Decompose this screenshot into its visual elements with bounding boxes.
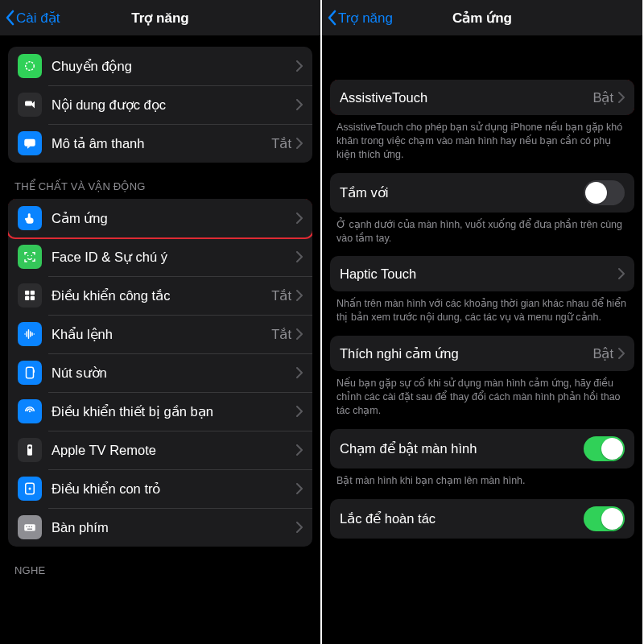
group-accommodations: Thích nghi cảm ứng Bật [330,336,634,371]
svg-rect-1 [25,101,32,106]
group-tapwake: Chạm để bật màn hình [330,429,634,469]
chevron-right-icon [296,290,303,301]
row-label: Chuyển động [52,59,296,74]
row-assistivetouch[interactable]: AssistiveTouch Bật [330,80,634,115]
row-reachability[interactable]: Tầm với [330,173,634,213]
svg-rect-6 [31,291,35,295]
content: Chuyển độngNội dung được đọcMô tả âm tha… [0,35,320,644]
row-label: Apple TV Remote [52,443,296,458]
row-appletv[interactable]: Apple TV Remote [8,431,312,469]
header: Cài đặt Trợ năng [0,0,320,35]
touch-icon [18,206,42,230]
row-haptic-touch[interactable]: Haptic Touch [330,256,634,291]
row-value: Tắt [271,327,291,342]
bubble-icon [18,131,42,155]
chevron-right-icon [296,406,303,417]
group-physical: Cảm ứngFace ID & Sự chú ýĐiều khiển công… [8,199,312,547]
row-label: Điều khiển con trỏ [52,481,296,497]
row-pointer[interactable]: Điều khiển con trỏ [8,469,312,508]
svg-rect-17 [27,526,28,528]
chevron-right-icon [296,522,303,533]
chevron-right-icon [296,99,303,110]
chevron-right-icon [296,444,303,456]
chevron-left-icon [5,10,14,26]
chevron-right-icon [296,60,303,72]
chevron-right-icon [618,268,625,279]
toggle-tap-to-wake[interactable] [584,436,625,461]
row-value: Bật [592,346,613,361]
section-header-physical: THỂ CHẤT VÀ VẬN ĐỘNG [0,163,320,199]
row-touch-accommodations[interactable]: Thích nghi cảm ứng Bật [330,336,634,371]
svg-rect-7 [25,296,29,300]
side-icon [18,361,42,385]
chevron-right-icon [296,483,303,494]
svg-rect-9 [27,367,34,378]
chevron-right-icon [296,213,303,224]
row-label: Bàn phím [52,520,296,535]
motion-icon [18,54,42,78]
svg-point-4 [31,255,33,257]
row-speech[interactable]: Nội dung được đọc [8,85,312,124]
svg-rect-19 [31,526,33,528]
switch-icon [18,283,42,308]
svg-point-13 [28,446,31,448]
row-label: Tầm với [340,185,584,200]
back-label: Trợ năng [338,10,393,27]
chevron-right-icon [296,138,303,149]
row-label: Cảm ứng [52,211,296,226]
svg-point-0 [26,62,35,71]
phone-touch: Trợ năng Cảm ứng AssistiveTouch Bật Assi… [322,0,644,644]
haptic-description: Nhấn trên màn hình với các khoảng thời g… [322,291,642,336]
row-label: Thích nghi cảm ứng [340,346,592,361]
svg-rect-18 [29,526,31,528]
voice-icon [18,322,42,346]
svg-rect-10 [34,369,35,373]
svg-rect-16 [24,524,35,530]
row-label: Face ID & Sự chú ý [52,250,296,265]
toggle-reachability[interactable] [584,180,625,205]
back-label: Cài đặt [16,10,60,27]
row-bubble[interactable]: Mô tả âm thanhTắt [8,124,312,163]
row-value: Bật [592,90,613,105]
back-button[interactable]: Cài đặt [5,10,60,27]
accom-description: Nếu bạn gặp sự cố khi sử dụng màn hình c… [322,371,642,429]
chevron-right-icon [296,328,303,340]
toggle-shake-undo[interactable] [584,506,625,531]
row-label: Khẩu lệnh [52,327,271,342]
section-header-hearing: NGHE [0,547,320,583]
row-label: Lắc để hoàn tác [340,511,584,526]
svg-rect-20 [27,529,32,530]
row-shake-to-undo[interactable]: Lắc để hoàn tác [330,499,634,539]
row-remote[interactable]: Điều khiển thiết bị gần bạn [8,392,312,431]
row-tap-to-wake[interactable]: Chạm để bật màn hình [330,429,634,469]
chevron-right-icon [618,92,625,103]
row-label: Chạm để bật màn hình [340,441,584,456]
row-touch[interactable]: Cảm ứng [8,199,312,237]
keyboard-icon [18,515,42,539]
svg-rect-5 [25,291,29,295]
row-value: Tắt [271,288,291,303]
svg-point-15 [29,488,31,490]
group-vision-last: Chuyển độngNội dung được đọcMô tả âm tha… [8,47,312,163]
reach-description: Ở cạnh dưới của màn hình, vuốt xuống để … [322,213,642,257]
row-label: Nút sườn [52,365,296,381]
faceid-icon [18,245,42,269]
row-keyboard[interactable]: Bàn phím [8,508,312,547]
row-motion[interactable]: Chuyển động [8,47,312,85]
group-assistive: AssistiveTouch Bật [330,80,634,115]
svg-rect-8 [31,296,35,300]
assistive-description: AssistiveTouch cho phép bạn sử dụng iPho… [322,115,642,173]
back-button[interactable]: Trợ năng [327,10,393,27]
svg-point-3 [27,255,29,257]
row-label: Haptic Touch [340,266,618,282]
phone-accessibility: Cài đặt Trợ năng Chuyển độngNội dung đượ… [0,0,322,644]
row-voice[interactable]: Khẩu lệnhTắt [8,315,312,353]
row-side[interactable]: Nút sườn [8,353,312,392]
appletv-icon [18,438,42,462]
chevron-right-icon [296,251,303,262]
row-switch[interactable]: Điều khiển công tắcTắt [8,276,312,315]
chevron-right-icon [296,367,303,378]
row-label: Điều khiển công tắc [52,288,271,303]
group-reachability: Tầm với [330,173,634,213]
row-faceid[interactable]: Face ID & Sự chú ý [8,237,312,276]
